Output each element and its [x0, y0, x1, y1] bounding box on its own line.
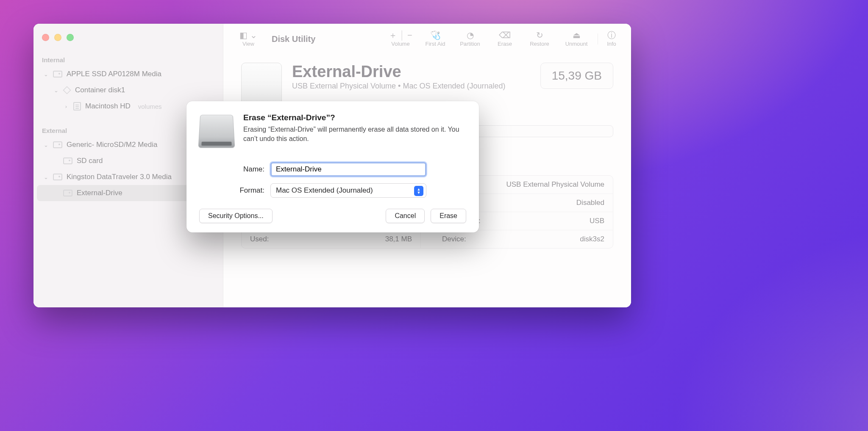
volume-icon [73, 102, 81, 111]
restore-icon: ↻ [536, 31, 543, 39]
sidebar-item-label: APPLE SSD AP0128M Media [67, 70, 161, 78]
info-button[interactable]: ⓘ Info [601, 31, 622, 47]
chevron-right-icon: › [63, 103, 69, 110]
name-input[interactable] [270, 162, 426, 177]
sidebar-section-internal: Internal [33, 51, 223, 66]
info-cell-device: Device: disk3s2 [434, 230, 613, 248]
disk-icon [63, 190, 72, 196]
drive-subtitle: USB External Physical Volume • Mac OS Ex… [292, 82, 506, 91]
chevron-down-icon: ⌄ [53, 87, 59, 94]
sidebar-item-container[interactable]: ⌄ Container disk1 [37, 82, 220, 98]
erase-icon: ⌫ [499, 31, 511, 39]
erase-toolbar-button[interactable]: ⌫ Erase [489, 31, 520, 47]
chevron-down-icon: ⌄ [43, 71, 49, 77]
cancel-button[interactable]: Cancel [386, 209, 425, 223]
sidebar-item-internal-disk[interactable]: ⌄ APPLE SSD AP0128M Media [37, 66, 220, 82]
minimize-window-button[interactable] [54, 34, 61, 41]
toolbar: ◧ ⌄ View Disk Utility ＋ │ − Volume 🩺 Fir… [223, 24, 631, 54]
dialog-description: Erasing “External-Drive” will permanentl… [243, 125, 464, 143]
toolbar-label: View [242, 41, 254, 47]
pie-chart-icon: ◔ [467, 31, 474, 39]
name-label: Name: [199, 165, 270, 174]
eject-icon: ⏏ [573, 31, 581, 39]
sidebar-item-label: Macintosh HD [85, 102, 131, 111]
drive-icon [198, 115, 235, 148]
drive-title: External-Drive [292, 63, 506, 81]
erase-dialog: Erase “External-Drive”? Erasing “Externa… [186, 101, 479, 232]
chevron-down-icon: ⌄ [43, 174, 49, 180]
restore-button[interactable]: ↻ Restore [524, 31, 555, 47]
format-selected-value: Mac OS Extended (Journaled) [276, 186, 373, 195]
updown-arrows-icon: ▲▼ [414, 186, 423, 196]
format-select[interactable]: Mac OS Extended (Journaled) ▲▼ [270, 183, 426, 198]
first-aid-button[interactable]: 🩺 First Aid [420, 31, 451, 47]
window-controls [33, 32, 223, 51]
format-label: Format: [199, 186, 270, 195]
sidebar-item-label: Kingston DataTraveler 3.0 Media [67, 173, 172, 181]
disk-icon [53, 71, 62, 77]
dialog-title: Erase “External-Drive”? [243, 113, 464, 122]
sidebar-item-label: SD card [77, 157, 103, 165]
sidebar-item-label: Generic- MicroSD/M2 Media [67, 141, 157, 149]
sidebar-toggle-icon: ◧ ⌄ [239, 31, 257, 39]
sidebar-item-suffix: volumes [138, 103, 162, 110]
chevron-down-icon: ⌄ [43, 142, 49, 148]
info-icon: ⓘ [607, 31, 616, 39]
stethoscope-icon: 🩺 [430, 31, 441, 39]
disk-icon [53, 174, 62, 180]
toolbar-divider [598, 33, 598, 44]
sidebar-item-label: Container disk1 [75, 86, 125, 94]
plus-minus-icon: ＋ │ − [389, 31, 412, 39]
info-cell-used: Used: 38,1 MB [242, 230, 421, 248]
partition-button[interactable]: ◔ Partition [454, 31, 486, 47]
volume-button[interactable]: ＋ │ − Volume [385, 31, 416, 47]
view-menu-button[interactable]: ◧ ⌄ View [233, 31, 264, 47]
disk-icon [63, 157, 72, 164]
sidebar-item-label: External-Drive [77, 189, 122, 197]
close-window-button[interactable] [42, 34, 49, 41]
disk-icon [53, 141, 62, 148]
unmount-button[interactable]: ⏏ Unmount [559, 31, 594, 47]
drive-size-badge: 15,39 GB [540, 63, 613, 89]
erase-confirm-button[interactable]: Erase [431, 209, 466, 223]
zoom-window-button[interactable] [67, 34, 74, 41]
container-icon [63, 86, 71, 94]
app-title: Disk Utility [272, 34, 315, 44]
security-options-button[interactable]: Security Options... [199, 209, 273, 223]
